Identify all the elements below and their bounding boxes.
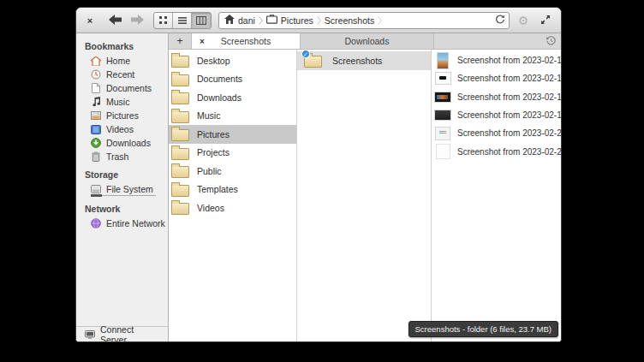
folder-label: Documents (197, 74, 242, 84)
sidebar-item-videos[interactable]: Videos (76, 122, 168, 136)
fullscreen-button[interactable] (537, 12, 554, 29)
sidebar-item-label: File System (106, 184, 153, 194)
file-row[interactable]: Screenshot from 2023-02-14 23... (432, 69, 561, 87)
image-thumbnail-icon (434, 107, 451, 124)
downloads-icon (91, 138, 101, 148)
folder-row-videos[interactable]: Videos (169, 199, 296, 217)
settings-button[interactable]: ⚙ (515, 12, 532, 29)
grid-view-button[interactable] (154, 13, 173, 28)
folder-label: Templates (197, 184, 238, 194)
folder-row-projects[interactable]: Projects (169, 144, 296, 163)
status-tooltip: Screenshots - folder (6 files, 23.7 MB) (408, 321, 558, 337)
sidebar-item-recent[interactable]: Recent (76, 68, 168, 81)
disk-icon (91, 184, 101, 194)
sidebar-item-file-system[interactable]: File System (76, 182, 168, 196)
new-tab-button[interactable]: + (169, 33, 192, 49)
sidebar-header-storage: Storage (76, 167, 168, 182)
sidebar-header-network: Network (76, 201, 168, 217)
sidebar-item-downloads[interactable]: Downloads (76, 136, 168, 150)
sidebar-header-bookmarks: Bookmarks (76, 39, 168, 54)
folder-row-pictures-selected[interactable]: Pictures (169, 125, 296, 144)
forward-arrow-icon (131, 13, 144, 28)
view-switcher (153, 12, 212, 29)
disk-usage-bar (91, 195, 156, 196)
image-thumbnail-icon (434, 52, 451, 69)
folder-label: Public (197, 166, 222, 176)
file-row[interactable]: Screenshot from 2023-02-15 17... (432, 106, 561, 124)
breadcrumb-segment-current[interactable]: Screenshots (323, 15, 376, 26)
sidebar: Bookmarks Home Recent Documents (76, 33, 169, 341)
recent-icon (91, 69, 101, 80)
back-button[interactable] (105, 12, 124, 29)
folder-label: Downloads (197, 92, 242, 103)
folder-row-templates[interactable]: Templates (169, 181, 296, 199)
tab-bar-filler (434, 33, 540, 49)
breadcrumb-segment-pictures[interactable]: Pictures (265, 15, 315, 26)
restore-tabs-button[interactable] (540, 33, 561, 49)
sidebar-item-label: Recent (106, 69, 134, 80)
folder-icon (171, 92, 189, 104)
sidebar-item-home[interactable]: Home (76, 54, 168, 68)
file-name: Screenshot from 2023-02-15 16... (457, 92, 561, 102)
disk-usage-fill (91, 194, 102, 197)
image-thumbnail-icon (434, 125, 451, 142)
file-name: Screenshot from 2023-02-23 20... (457, 128, 561, 138)
file-row[interactable]: Screenshot from 2023-02-23 20... (432, 142, 561, 160)
videos-icon (91, 124, 101, 134)
folder-row-screenshots-selected[interactable]: ✓ Screenshots (297, 51, 431, 70)
tab-downloads[interactable]: Downloads (301, 33, 434, 49)
tab-label: Downloads (345, 36, 390, 46)
folder-icon (171, 166, 189, 178)
document-icon (91, 83, 101, 93)
file-row[interactable]: Screenshot from 2023-02-15 16... (432, 88, 561, 106)
column-view-button[interactable] (192, 13, 211, 28)
folder-icon (171, 203, 189, 215)
sidebar-item-label: Downloads (106, 138, 151, 148)
pictures-column: ✓ Screenshots (297, 50, 432, 341)
forward-button[interactable] (128, 12, 146, 29)
breadcrumb-label: dani (238, 15, 255, 26)
toolbar: × (76, 8, 561, 33)
folder-row-music[interactable]: Music (169, 107, 296, 126)
connect-server-button[interactable]: Connect Server… (76, 326, 168, 341)
folder-label: Projects (197, 147, 230, 157)
breadcrumb[interactable]: dani Pictures Screenshots (218, 12, 510, 29)
breadcrumb-segment-home[interactable]: dani (223, 15, 257, 26)
folder-label: Pictures (197, 129, 230, 139)
folder-row-public[interactable]: Public (169, 162, 296, 181)
folder-icon (171, 56, 189, 68)
folder-label: Videos (197, 203, 224, 213)
connect-server-label: Connect Server… (100, 324, 168, 343)
sidebar-item-music[interactable]: Music (76, 95, 168, 109)
gear-icon: ⚙ (518, 15, 529, 27)
column-view: Desktop Documents Downloads Music (169, 50, 561, 341)
file-row[interactable]: Screenshot from 2023-02-23 20... (432, 124, 561, 142)
window-close-button[interactable]: × (83, 14, 97, 27)
folder-row-downloads[interactable]: Downloads (169, 88, 296, 107)
file-row[interactable]: Screenshot from 2023-02-14 23... (432, 51, 561, 69)
file-name: Screenshot from 2023-02-14 23... (457, 56, 561, 65)
tab-bar: + × Screenshots Downloads (169, 33, 561, 50)
folder-row-desktop[interactable]: Desktop (169, 51, 296, 70)
sidebar-item-label: Home (106, 56, 130, 66)
list-view-icon (178, 13, 187, 28)
sidebar-spacer (76, 230, 168, 326)
pictures-icon (91, 110, 101, 121)
places-column: Desktop Documents Downloads Music (169, 50, 297, 341)
file-name: Screenshot from 2023-02-23 20... (457, 147, 561, 157)
sidebar-item-documents[interactable]: Documents (76, 81, 168, 95)
tab-screenshots[interactable]: × Screenshots (192, 33, 301, 49)
sidebar-item-label: Trash (106, 151, 128, 162)
music-icon (91, 97, 101, 107)
sidebar-item-pictures[interactable]: Pictures (76, 109, 168, 122)
refresh-button[interactable] (495, 13, 505, 28)
sidebar-item-label: Documents (106, 83, 152, 93)
close-tab-icon[interactable]: × (200, 33, 205, 49)
sidebar-item-label: Pictures (106, 110, 139, 121)
list-view-button[interactable] (173, 13, 192, 28)
sidebar-item-entire-network[interactable]: Entire Network (76, 217, 168, 230)
folder-label: Screenshots (332, 56, 382, 66)
tab-label: Screenshots (221, 36, 271, 46)
folder-row-documents[interactable]: Documents (169, 70, 296, 89)
sidebar-item-trash[interactable]: Trash (76, 150, 168, 163)
